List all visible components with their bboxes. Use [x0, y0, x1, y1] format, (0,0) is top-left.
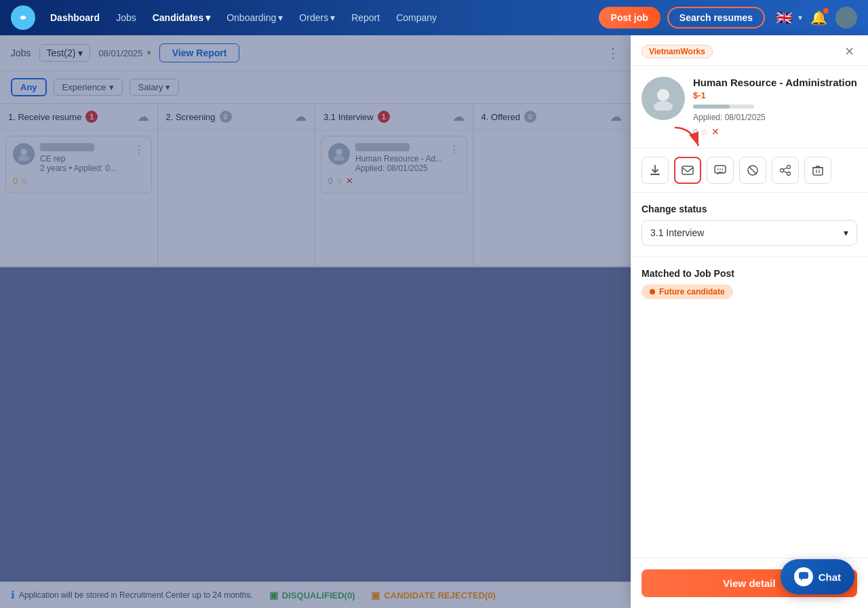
chevron-down-icon: ▾ [844, 227, 848, 238]
close-panel-button[interactable]: ✕ [841, 43, 857, 60]
filter-any-button[interactable]: Any [11, 78, 47, 96]
chevron-down-icon: ▾ [78, 48, 83, 58]
svg-point-2 [18, 155, 29, 161]
chevron-down-icon: ▾ [165, 82, 170, 92]
stage-badge-receive: 1 [85, 111, 98, 123]
stage-badge-offered: 0 [524, 111, 536, 123]
svg-rect-21 [813, 168, 823, 175]
chat-fab[interactable]: Chat [781, 559, 854, 594]
panel-candidate-name: Human Resource - Administration [693, 77, 857, 88]
candidate-card[interactable]: CE rep 2 years • Applied: 0... ⋮ 0 ☆ [5, 136, 152, 193]
cards-screening [158, 130, 315, 266]
card-rating-interview: 0 ☆ ✕ [328, 176, 460, 186]
svg-point-12 [719, 169, 721, 170]
nav-onboarding[interactable]: Onboarding ▾ [220, 8, 290, 27]
filter-experience[interactable]: Experience ▾ [54, 79, 123, 96]
rating-count: 0 [328, 176, 333, 186]
rejected-icon: ▣ [371, 590, 380, 601]
upload-icon-interview[interactable]: ☁ [452, 109, 465, 124]
share-button[interactable] [772, 157, 799, 184]
view-report-button[interactable]: View Report [159, 43, 240, 62]
reject-icon: ✕ [346, 176, 353, 186]
upload-icon-receive[interactable]: ☁ [137, 109, 149, 124]
disqualified-icon: ▣ [269, 590, 278, 601]
chat-label: Chat [818, 571, 841, 583]
cards-interview: Human Resource - Ad... Applied: 08/01/20… [315, 130, 473, 266]
candidate-detail: 2 years • Applied: 0... [40, 164, 128, 173]
svg-point-3 [336, 149, 342, 155]
nav-report[interactable]: Report [344, 8, 387, 27]
upload-icon-screening[interactable]: ☁ [294, 109, 307, 124]
stage-offered: 4. Offered 0 ☁ [473, 104, 631, 266]
stage-receive-resume: 1. Receive resume 1 ☁ [0, 104, 158, 266]
candidate-detail-panel: VietnamWorks ✕ Human Resource - Administ… [631, 35, 868, 608]
svg-line-20 [783, 171, 787, 173]
candidate-name-interview-blurred [355, 143, 410, 151]
block-button[interactable] [739, 157, 766, 184]
panel-rating: 0 ☆ ✕ [693, 126, 857, 137]
nav-candidates[interactable]: Candidates ▾ [146, 8, 217, 27]
rating-reject-icon: ✕ [711, 126, 719, 137]
salary-fill [693, 104, 730, 109]
nav-dashboard[interactable]: Dashboard [43, 8, 106, 27]
future-dot [650, 289, 655, 294]
svg-point-11 [717, 169, 719, 170]
candidate-avatar-interview [328, 143, 350, 165]
job-selector[interactable]: Test(2) ▾ [39, 44, 91, 62]
svg-point-16 [787, 166, 791, 169]
disqualified-button[interactable]: ▣ DISQUALIFIED(0) [269, 590, 355, 601]
download-button[interactable] [642, 157, 669, 184]
bottom-bar: ℹ Application will be stored in Recruitm… [0, 582, 631, 608]
nav-company[interactable]: Company [389, 8, 443, 27]
card-rating: 0 ☆ [13, 176, 144, 186]
filter-salary[interactable]: Salary ▾ [130, 79, 180, 96]
navbar: Dashboard Jobs Candidates ▾ Onboarding ▾… [0, 0, 868, 35]
stage-title-offered: 4. Offered [481, 112, 521, 122]
panel-candidate-info: Human Resource - Administration $-1 Appl… [631, 66, 868, 149]
rejected-button[interactable]: ▣ CANDIDATE REJECTED(0) [371, 590, 495, 601]
candidate-detail-interview: Applied: 08/01/2025 [355, 164, 443, 173]
nav-orders[interactable]: Orders ▾ [292, 8, 342, 27]
stage-badge-screening: 0 [220, 111, 232, 123]
salary-bar [693, 104, 754, 109]
user-avatar[interactable] [835, 7, 857, 28]
card-more-icon-interview[interactable]: ⋮ [449, 143, 460, 156]
panel-candidate-salary: $-1 [693, 90, 857, 100]
candidate-card-interview[interactable]: Human Resource - Ad... Applied: 08/01/20… [321, 136, 467, 193]
svg-rect-9 [682, 166, 693, 174]
stage-interview: 3.1 Interview 1 ☁ [315, 104, 473, 266]
upload-icon-offered[interactable]: ☁ [610, 109, 622, 124]
left-panel: Jobs Test(2) ▾ 08/01/2025 • View Report … [0, 35, 631, 608]
star-icon: ☆ [336, 176, 343, 186]
delete-button[interactable] [804, 157, 831, 184]
toolbar: Jobs Test(2) ▾ 08/01/2025 • View Report … [0, 35, 631, 71]
star-icon: ☆ [20, 176, 28, 186]
change-status-label: Change status [642, 204, 857, 214]
card-more-icon[interactable]: ⋮ [134, 143, 144, 156]
info-icon: ℹ [11, 589, 15, 601]
post-job-button[interactable]: Post job [599, 7, 660, 28]
chat-action-button[interactable] [707, 157, 734, 184]
more-options-icon[interactable]: ⋮ [606, 45, 620, 61]
notifications-bell-icon[interactable]: 🔔 [810, 10, 827, 26]
svg-point-1 [20, 149, 27, 155]
kanban-stages-row: 1. Receive resume 1 ☁ [0, 104, 631, 267]
email-button[interactable] [674, 157, 701, 184]
status-select[interactable]: 3.1 Interview ▾ [642, 220, 857, 246]
svg-point-13 [722, 169, 724, 170]
red-arrow-indicator [671, 124, 705, 154]
stage-header-receive: 1. Receive resume 1 ☁ [0, 104, 157, 130]
candidate-sub: CE rep [40, 154, 128, 164]
cards-receive: CE rep 2 years • Applied: 0... ⋮ 0 ☆ [0, 130, 157, 266]
search-resumes-button[interactable]: Search resumes [667, 7, 765, 28]
main-area: Jobs Test(2) ▾ 08/01/2025 • View Report … [0, 35, 868, 608]
chevron-down-icon: ▾ [109, 82, 114, 92]
panel-actions-row [631, 149, 868, 193]
svg-point-6 [654, 101, 673, 111]
stage-screening: 2. Screening 0 ☁ [158, 104, 316, 266]
stage-title-interview: 3.1 Interview [323, 112, 374, 122]
filter-row: Any Experience ▾ Salary ▾ [0, 71, 631, 104]
stage-badge-interview: 1 [378, 111, 390, 123]
nav-jobs[interactable]: Jobs [109, 8, 143, 27]
jobs-label: Jobs [11, 48, 31, 58]
